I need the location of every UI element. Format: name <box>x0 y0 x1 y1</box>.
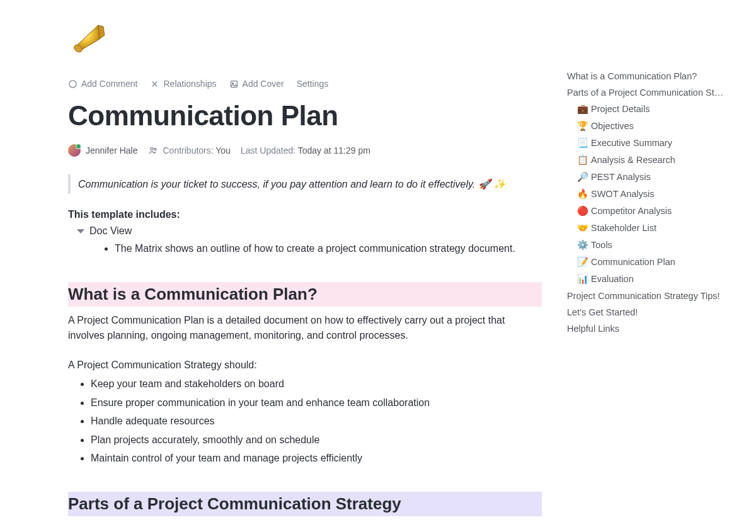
toc-item-label: Objectives <box>591 121 634 131</box>
doc-view-label: Doc View <box>89 225 132 237</box>
toc-item[interactable]: Project Communication Strategy Tips! <box>567 288 737 304</box>
quote-block[interactable]: Communication is your ticket to success,… <box>68 174 542 194</box>
contributors-icon <box>148 145 158 156</box>
add-cover-label: Add Cover <box>243 79 284 89</box>
contributors-value[interactable]: You <box>215 145 231 156</box>
toolbar: Add Comment Relationships Add Cover Sett… <box>68 79 542 89</box>
toc-item-label: Project Details <box>591 104 650 114</box>
settings-label: Settings <box>297 79 329 89</box>
svg-point-4 <box>151 147 153 150</box>
toc-item-label: Project Communication Strategy Tips! <box>567 291 720 301</box>
toc-item[interactable]: Let's Get Started! <box>567 304 737 320</box>
toc-emoji-icon: 📝 <box>577 257 588 267</box>
toc-item-label: Executive Summary <box>591 138 672 148</box>
toc-item-label: Tools <box>591 240 612 250</box>
toc-emoji-icon: 💼 <box>577 104 588 114</box>
toc-item-label: PEST Analysis <box>591 172 651 182</box>
toc-item-label: SWOT Analysis <box>591 189 654 199</box>
section1-paragraph1[interactable]: A Project Communication Plan is a detail… <box>68 313 542 344</box>
toc-item[interactable]: 🤝Stakeholder List <box>567 220 737 237</box>
template-includes-label[interactable]: This template includes: <box>68 209 542 220</box>
toc-item[interactable]: 🔥SWOT Analysis <box>567 186 737 203</box>
list-item[interactable]: Handle adequate resources <box>91 412 542 431</box>
list-item[interactable]: Maintain control of your team and manage… <box>91 449 542 468</box>
toc-item-label: Parts of a Project Communication St… <box>567 88 723 98</box>
toc-item[interactable]: 📊Evaluation <box>567 271 737 288</box>
main-content: Add Comment Relationships Add Cover Sett… <box>0 0 567 532</box>
add-cover-button[interactable]: Add Cover <box>229 79 284 89</box>
toc-item[interactable]: ⚙️Tools <box>567 237 737 254</box>
table-of-contents: What is a Communication Plan?Parts of a … <box>567 0 750 532</box>
toc-item-label: Stakeholder List <box>591 223 656 233</box>
comment-icon <box>68 79 77 89</box>
settings-button[interactable]: Settings <box>297 79 329 89</box>
svg-point-5 <box>154 148 156 150</box>
relationships-label: Relationships <box>163 79 216 89</box>
toc-emoji-icon: 🔥 <box>577 189 588 199</box>
toc-emoji-icon: 📃 <box>577 138 588 148</box>
toc-item[interactable]: 🏆Objectives <box>567 118 737 135</box>
toc-emoji-icon: 📊 <box>577 274 588 284</box>
toc-item[interactable]: 🔴Competitor Analysis <box>567 203 737 220</box>
doc-view-description[interactable]: The Matrix shows an outline of how to cr… <box>115 241 542 257</box>
last-updated-label: Last Updated: <box>241 145 295 156</box>
section-heading-parts[interactable]: Parts of a Project Communication Strateg… <box>68 492 542 516</box>
cover-icon <box>229 79 239 89</box>
toc-emoji-icon: 🏆 <box>577 121 588 131</box>
toc-item-label: Competitor Analysis <box>591 206 672 216</box>
toggle-triangle-icon <box>77 229 84 234</box>
toc-item[interactable]: Helpful Links <box>567 320 737 337</box>
toc-item[interactable]: 📋Analysis & Research <box>567 152 737 169</box>
toc-item[interactable]: 💼Project Details <box>567 101 737 118</box>
last-updated-value: Today at 11:29 pm <box>298 145 370 156</box>
toc-item[interactable]: Parts of a Project Communication St… <box>567 84 737 101</box>
page-icon[interactable] <box>68 20 542 66</box>
strategy-bullets: Keep your team and stakeholders on board… <box>68 375 542 468</box>
page-title[interactable]: Communication Plan <box>68 100 542 132</box>
author-name[interactable]: Jennifer Hale <box>86 145 138 156</box>
doc-view-description-list: The Matrix shows an outline of how to cr… <box>68 241 542 257</box>
toc-item[interactable]: 📃Executive Summary <box>567 135 737 152</box>
list-item[interactable]: Keep your team and stakeholders on board <box>91 375 542 393</box>
add-comment-label: Add Comment <box>81 79 137 89</box>
toc-item-label: What is a Communication Plan? <box>567 71 697 81</box>
toc-item[interactable]: 📝Communication Plan <box>567 254 737 271</box>
svg-point-3 <box>232 82 233 84</box>
quote-text: Communication is your ticket to success,… <box>78 179 506 190</box>
add-comment-button[interactable]: Add Comment <box>68 79 137 89</box>
toc-emoji-icon: 📋 <box>577 155 588 165</box>
meta-row: Jennifer Hale Contributors: You Last Upd… <box>68 144 542 157</box>
relationships-button[interactable]: Relationships <box>150 79 216 89</box>
svg-rect-2 <box>231 81 237 87</box>
toc-emoji-icon: 🤝 <box>577 223 588 233</box>
author-avatar[interactable] <box>68 144 81 157</box>
section1-paragraph2[interactable]: A Project Communication Strategy should: <box>68 358 542 373</box>
svg-point-1 <box>69 80 76 87</box>
list-item[interactable]: Plan projects accurately, smoothly and o… <box>91 431 542 450</box>
toc-item-label: Communication Plan <box>591 257 675 267</box>
toc-item[interactable]: What is a Communication Plan? <box>567 68 737 84</box>
toc-item-label: Let's Get Started! <box>567 307 638 317</box>
doc-view-toggle[interactable]: Doc View <box>68 225 542 237</box>
relationships-icon <box>150 79 159 89</box>
toc-emoji-icon: ⚙️ <box>577 240 588 250</box>
toc-item-label: Evaluation <box>591 274 634 284</box>
toc-item[interactable]: 🔎PEST Analysis <box>567 169 737 186</box>
toc-emoji-icon: 🔎 <box>577 172 588 182</box>
contributors-label: Contributors: <box>163 145 214 156</box>
toc-emoji-icon: 🔴 <box>577 206 588 216</box>
section-heading-what-is[interactable]: What is a Communication Plan? <box>68 282 542 307</box>
toc-item-label: Analysis & Research <box>591 155 675 165</box>
list-item[interactable]: Ensure proper communication in your team… <box>91 393 542 412</box>
toc-item-label: Helpful Links <box>567 324 619 334</box>
